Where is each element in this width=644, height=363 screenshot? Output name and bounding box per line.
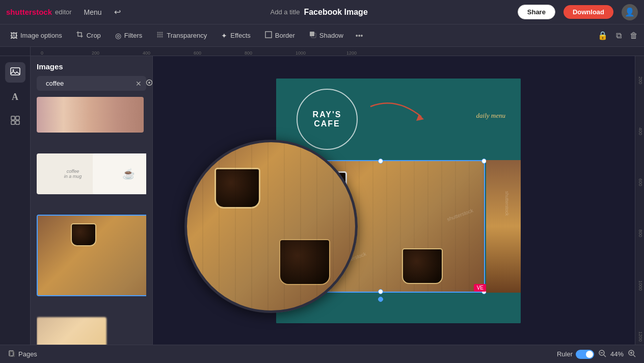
logo-text: editor [55,8,72,16]
resize-handle-bc[interactable] [378,289,383,294]
sidebar-icons: A [0,56,31,363]
zoom-circle-preview [184,140,358,313]
delete-button[interactable]: 🗑 [628,29,640,42]
resize-handle-tc[interactable] [378,159,383,164]
ruler-label: Ruler [557,350,573,358]
top-bar: shutterstock editor Menu ↩ Add a title F… [0,0,644,24]
user-avatar[interactable]: 👤 [622,4,638,20]
border-label: Border [275,32,295,39]
border-button[interactable]: Border [259,28,301,43]
menu-button[interactable]: Menu [80,6,106,18]
image-grid: coffeein a mug ☕ [37,97,146,363]
pages-icon [8,350,15,358]
ruler-toggle: Ruler [557,350,594,359]
image-options-icon: 🖼 [10,32,17,40]
shadow-icon [309,31,316,40]
rotate-handle[interactable] [378,297,383,302]
effects-button[interactable]: ✦ Effects [215,29,257,43]
download-button[interactable]: Download [564,5,613,19]
effects-icon: ✦ [221,32,227,40]
cafe-name-line2: CAFE [314,119,340,128]
user-icon: 👤 [625,7,635,17]
filters-icon: ◎ [115,32,121,40]
transparency-button[interactable]: Transparency [150,28,213,43]
svg-point-12 [148,82,150,84]
share-button[interactable]: Share [518,5,555,19]
svg-rect-5 [11,116,15,120]
add-title-hint: Add a title [271,8,300,16]
svg-line-20 [633,355,635,357]
svg-rect-8 [16,121,19,124]
search-clear-button[interactable]: ✕ [136,80,142,88]
toggle-knob [586,351,593,358]
main-layout: A Images ✕ [0,56,644,363]
svg-rect-0 [265,32,272,38]
svg-point-4 [12,69,14,71]
svg-rect-1 [310,32,314,36]
daily-menu-text: daily menu [476,112,505,120]
ruler-vertical: 200 400 600 800 1000 1200 [635,56,644,363]
zoom-in-icon [628,349,636,357]
bottom-bar: Pages Ruler 44% [0,345,644,363]
svg-line-17 [604,355,606,357]
sidebar-text-button[interactable]: A [5,87,25,107]
panel-title: Images [37,62,146,71]
border-icon [265,31,272,40]
crop-label: Crop [87,32,101,39]
filters-label: Filters [124,32,142,39]
lock-button[interactable]: 🔒 [596,29,610,42]
image-thumb-coffee-selected[interactable] [37,215,146,296]
filters-button[interactable]: ◎ Filters [109,29,148,43]
search-filter-button[interactable] [146,79,153,88]
search-bar: ✕ [37,76,146,91]
canvas-title: Facebook Image [304,8,367,17]
undo-button[interactable]: ↩ [114,7,121,17]
pages-label: Pages [18,350,37,358]
images-icon [10,66,21,80]
cafe-name-line1: RAY'S [313,110,342,119]
canvas-arrow-decoration [365,96,426,134]
shadow-button[interactable]: Shadow [303,28,350,43]
sidebar-images-button[interactable] [5,62,25,83]
ruler-toggle-switch[interactable] [576,350,594,359]
zoom-level: 44% [610,350,624,358]
svg-rect-7 [11,121,15,124]
canvas-logo: RAY'S CAFE [297,89,358,150]
toolbar-right-actions: 🔒 ⧉ 🗑 [596,29,640,42]
toolbar: 🖼 Image options Crop ◎ Filters Transpare… [0,24,644,47]
undo-icon: ↩ [114,7,121,17]
transparency-label: Transparency [167,32,207,39]
pages-button[interactable]: Pages [8,350,37,358]
image-thumb-blur[interactable] [37,317,106,348]
ruler-horizontal: 0 200 400 600 800 1000 1200 [31,47,634,56]
image-thumb-fashion[interactable] [37,97,144,133]
canvas-wrapper: RAY'S CAFE daily menu [276,79,521,323]
duplicate-icon: ⧉ [616,31,622,40]
zoom-out-icon [598,349,606,357]
canvas-right-strip: shutterstock [486,160,521,293]
effects-label: Effects [230,32,251,39]
image-options-button[interactable]: 🖼 Image options [4,29,68,43]
duplicate-button[interactable]: ⧉ [614,29,624,42]
search-input[interactable] [46,80,131,87]
more-options-button[interactable]: ••• [352,30,367,42]
image-thumb-sketches[interactable]: ☕ [93,153,147,194]
zoom-out-button[interactable] [598,349,606,359]
crop-icon [76,31,84,40]
image-options-label: Image options [20,32,62,39]
watermark-side: shutterstock [505,191,510,216]
title-area: Add a title Facebook Image [271,8,368,17]
crop-button[interactable]: Crop [70,28,107,43]
images-panel: Images ✕ coffeein a mug [31,56,153,363]
sidebar-layout-button[interactable] [5,111,25,132]
zoom-in-button[interactable] [628,349,636,359]
zoom-controls: Ruler 44% [557,349,636,359]
shadow-label: Shadow [319,32,343,39]
trash-icon: 🗑 [630,31,638,40]
transparency-icon [156,31,164,40]
lock-icon: 🔒 [598,31,608,40]
canvas-area: RAY'S CAFE daily menu [153,56,644,363]
svg-rect-6 [16,116,19,120]
save-badge: VE [474,284,487,292]
logo-area: shutterstock editor [6,8,72,16]
